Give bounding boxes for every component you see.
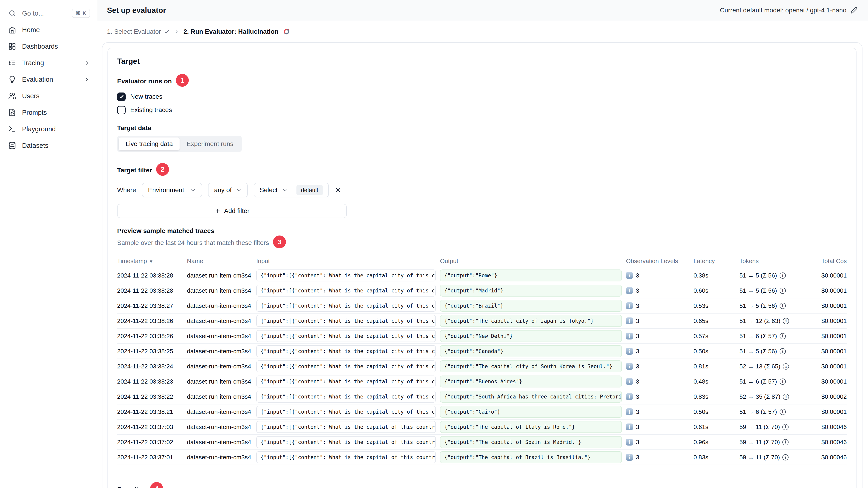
cell-name: dataset-run-item-cm3s4 (187, 408, 256, 416)
column-header-latency[interactable]: Latency (693, 258, 739, 265)
cell-tokens: 51 → 12 (Σ 63)i (739, 318, 822, 325)
terminal-icon (8, 125, 16, 133)
cell-total-cost: $0.000011 ( (822, 378, 847, 385)
cell-input: {"input":[{"content":"What is the capita… (256, 451, 440, 463)
column-header-name[interactable]: Name (187, 258, 256, 265)
sidebar-item-prompts[interactable]: Prompts (0, 104, 97, 121)
output-json-box[interactable]: {"output":"Brazil"} (440, 300, 622, 312)
output-json-box[interactable]: {"output":"The capital of Brazil is Bras… (440, 451, 622, 463)
sidebar-goto-label: Go to... (22, 10, 44, 17)
table-row[interactable]: 2024-11-22 03:38:27 dataset-run-item-cm3… (117, 298, 847, 313)
sidebar-item-datasets[interactable]: Datasets (0, 137, 97, 154)
info-circle-icon[interactable]: i (782, 439, 788, 445)
column-header-input[interactable]: Input (256, 258, 440, 265)
column-header-output[interactable]: Output (440, 258, 626, 265)
sidebar-item-home[interactable]: Home (0, 22, 97, 38)
output-json-box[interactable]: {"output":"Madrid"} (440, 285, 622, 297)
table-row[interactable]: 2024-11-22 03:38:22 dataset-run-item-cm3… (117, 389, 847, 404)
cell-tokens: 51 → 5 (Σ 56)i (739, 272, 822, 279)
output-json-box[interactable]: {"output":"The capital city of Japan is … (440, 315, 622, 327)
column-header-observation-levels[interactable]: Observation Levels (626, 258, 693, 265)
output-json-box[interactable]: {"output":"Buenos Aires"} (440, 376, 622, 387)
input-json-box[interactable]: {"input":[{"content":"What is the capita… (256, 300, 436, 312)
checkbox-existing-traces[interactable]: Existing traces (117, 104, 847, 116)
table-row[interactable]: 2024-11-22 03:37:01 dataset-run-item-cm3… (117, 449, 847, 464)
info-circle-icon[interactable]: i (780, 272, 786, 279)
info-circle-icon[interactable]: i (780, 288, 786, 294)
filter-value-select[interactable]: Select default (254, 183, 329, 197)
table-row[interactable]: 2024-11-22 03:38:23 dataset-run-item-cm3… (117, 374, 847, 389)
input-json-box[interactable]: {"input":[{"content":"What is the capita… (256, 360, 436, 372)
table-row[interactable]: 2024-11-22 03:38:26 dataset-run-item-cm3… (117, 313, 847, 328)
output-json-box[interactable]: {"output":"The capital of Spain is Madri… (440, 436, 622, 448)
sidebar-item-users[interactable]: Users (0, 88, 97, 104)
observation-level-count: 3 (636, 408, 639, 416)
target-filter-row: Target filter 2 (117, 164, 847, 177)
input-json-box[interactable]: {"input":[{"content":"What is the capita… (256, 436, 436, 448)
cell-observation-levels: i3 (626, 348, 693, 355)
info-circle-icon[interactable]: i (782, 424, 788, 430)
sidebar-goto-search[interactable]: Go to... ⌘ K (0, 5, 97, 22)
input-json-box[interactable]: {"input":[{"content":"What is the capita… (256, 285, 436, 297)
input-json-box[interactable]: {"input":[{"content":"What is the capita… (256, 376, 436, 387)
input-json-box[interactable]: {"input":[{"content":"What is the capita… (256, 391, 436, 402)
output-json-box[interactable]: {"output":"New Delhi"} (440, 330, 622, 342)
tab-experiment-runs[interactable]: Experiment runs (180, 137, 240, 150)
table-row[interactable]: 2024-11-22 03:38:24 dataset-run-item-cm3… (117, 359, 847, 374)
column-header-timestamp[interactable]: Timestamp▼ (117, 258, 187, 265)
info-circle-icon[interactable]: i (782, 454, 788, 460)
checkbox-unchecked-icon[interactable] (117, 106, 126, 114)
edit-pencil-icon[interactable] (850, 7, 858, 14)
cell-input: {"input":[{"content":"What is the capita… (256, 330, 440, 342)
sidebar-item-tracing[interactable]: Tracing (0, 55, 97, 71)
add-filter-button[interactable]: Add filter (117, 204, 347, 218)
tab-live-tracing-data[interactable]: Live tracing data (119, 137, 180, 150)
output-json-box[interactable]: {"output":"The capital of Italy is Rome.… (440, 421, 622, 433)
chevron-right-icon (174, 29, 179, 34)
cell-total-cost: $0.000011 ( (822, 287, 847, 294)
info-circle-icon[interactable]: i (780, 303, 786, 309)
table-row[interactable]: 2024-11-22 03:38:28 dataset-run-item-cm3… (117, 283, 847, 298)
info-circle-icon[interactable]: i (780, 348, 786, 354)
checkbox-checked-icon[interactable] (117, 93, 126, 101)
info-circle-icon[interactable]: i (780, 379, 786, 385)
info-circle-icon[interactable]: i (783, 394, 789, 400)
output-json-box[interactable]: {"output":"Cairo"} (440, 406, 622, 418)
info-circle-icon[interactable]: i (783, 363, 789, 369)
column-header-total-cost[interactable]: Total Cost (822, 258, 847, 265)
table-row[interactable]: 2024-11-22 03:38:25 dataset-run-item-cm3… (117, 344, 847, 359)
input-json-box[interactable]: {"input":[{"content":"What is the capita… (256, 345, 436, 357)
table-row[interactable]: 2024-11-22 03:38:21 dataset-run-item-cm3… (117, 404, 847, 419)
input-json-box[interactable]: {"input":[{"content":"What is the capita… (256, 315, 436, 327)
input-json-box[interactable]: {"input":[{"content":"What is the capita… (256, 421, 436, 433)
column-header-tokens[interactable]: Tokens (739, 258, 822, 265)
filter-operator-select[interactable]: any of (208, 183, 248, 197)
breadcrumb-step1[interactable]: 1. Select Evaluator (107, 28, 170, 35)
table-row[interactable]: 2024-11-22 03:37:02 dataset-run-item-cm3… (117, 434, 847, 449)
output-json-box[interactable]: {"output":"Canada"} (440, 345, 622, 357)
output-json-box[interactable]: {"output":"Rome"} (440, 269, 622, 282)
sidebar-item-evaluation[interactable]: Evaluation (0, 71, 97, 88)
sidebar-item-playground[interactable]: Playground (0, 121, 97, 137)
cell-total-cost: $0.000011 ( (822, 408, 847, 416)
remove-filter-button[interactable] (335, 187, 342, 194)
input-json-box[interactable]: {"input":[{"content":"What is the capita… (256, 451, 436, 463)
info-circle-icon[interactable]: i (780, 409, 786, 415)
info-circle-icon[interactable]: i (780, 333, 786, 339)
filter-column-select[interactable]: Environment (142, 183, 202, 197)
input-json-box[interactable]: {"input":[{"content":"What is the capita… (256, 269, 436, 282)
home-icon (8, 26, 16, 34)
output-json-box[interactable]: {"output":"South Africa has three capita… (440, 391, 622, 402)
table-row[interactable]: 2024-11-22 03:37:03 dataset-run-item-cm3… (117, 419, 847, 434)
observation-level-count: 3 (636, 378, 639, 385)
table-row[interactable]: 2024-11-22 03:38:26 dataset-run-item-cm3… (117, 328, 847, 344)
info-circle-icon[interactable]: i (783, 318, 789, 324)
checkbox-new-traces[interactable]: New traces (117, 91, 847, 102)
cell-input: {"input":[{"content":"What is the capita… (256, 345, 440, 357)
chevron-right-icon (84, 76, 90, 83)
output-json-box[interactable]: {"output":"The capital city of South Kor… (440, 360, 622, 372)
table-row[interactable]: 2024-11-22 03:38:28 dataset-run-item-cm3… (117, 268, 847, 283)
input-json-box[interactable]: {"input":[{"content":"What is the capita… (256, 330, 436, 342)
sidebar-item-dashboards[interactable]: Dashboards (0, 38, 97, 55)
input-json-box[interactable]: {"input":[{"content":"What is the capita… (256, 406, 436, 418)
